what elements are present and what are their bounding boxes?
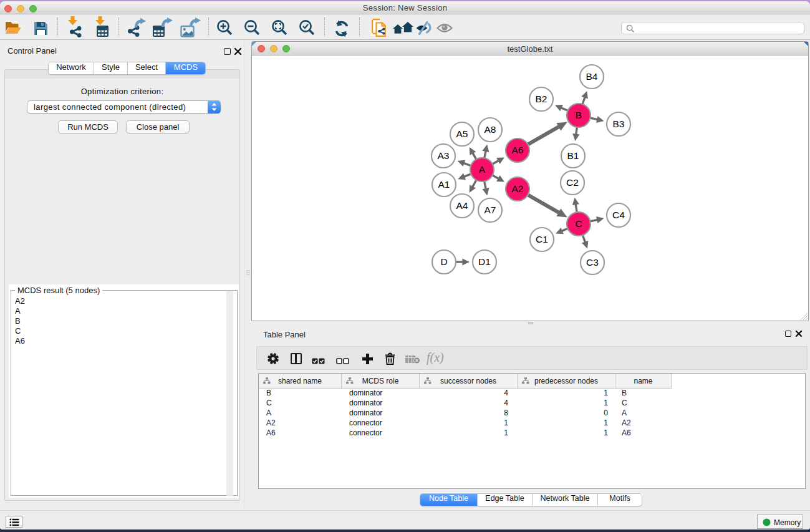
svg-text:C3: C3 [586,257,599,268]
svg-text:A: A [479,164,486,175]
svg-text:A4: A4 [456,200,468,211]
svg-text:A3: A3 [438,150,450,161]
svg-text:C2: C2 [566,177,579,188]
svg-text:C1: C1 [536,234,548,244]
svg-text:D1: D1 [478,256,491,267]
svg-text:A5: A5 [456,128,468,139]
svg-text:A6: A6 [512,145,524,155]
svg-text:A1: A1 [438,179,450,190]
svg-text:C4: C4 [612,210,625,220]
svg-text:B: B [576,110,582,120]
svg-text:C: C [575,218,582,229]
svg-text:B1: B1 [567,150,579,161]
svg-text:B2: B2 [536,94,547,104]
svg-text:A8: A8 [485,124,496,135]
svg-text:A7: A7 [485,205,496,215]
svg-text:B3: B3 [613,118,625,129]
svg-text:A2: A2 [512,183,524,194]
svg-text:B4: B4 [586,71,598,82]
svg-text:D: D [440,256,447,267]
